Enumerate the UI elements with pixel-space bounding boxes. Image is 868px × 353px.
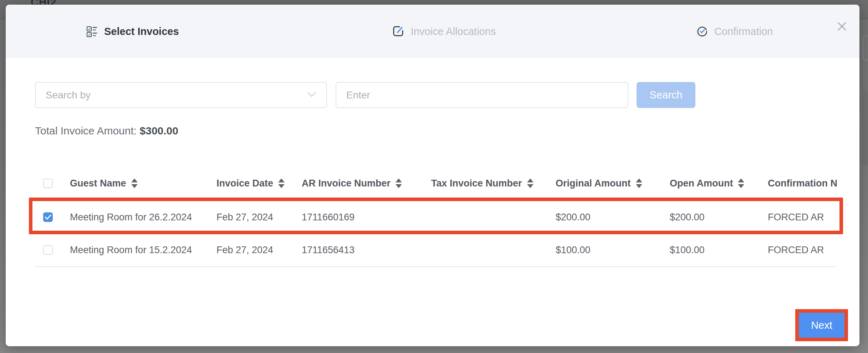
sort-arrows-icon (395, 179, 402, 188)
cell-guest-name: Meeting Room for 15.2.2024 (70, 245, 192, 256)
next-button[interactable]: Next (799, 313, 844, 338)
checkbox-checked-icon[interactable] (43, 213, 53, 222)
cell-guest-name: Meeting Room for 26.2.2024 (70, 212, 192, 223)
cell-open-amount: $100.00 (670, 245, 705, 256)
wizard-header: Select Invoices Invoice Allocations Conf… (6, 5, 859, 58)
total-label: Total Invoice Amount: (35, 125, 137, 137)
column-header-invoice-date[interactable]: Invoice Date (216, 178, 285, 189)
step-select-invoices[interactable]: Select Invoices (86, 5, 179, 58)
background-ghost-button (863, 36, 868, 61)
step-invoice-allocations[interactable]: Invoice Allocations (392, 5, 496, 58)
cell-invoice-date: Feb 27, 2024 (216, 212, 273, 223)
sort-arrows-icon (738, 179, 744, 188)
checklist-icon (86, 26, 98, 37)
sort-arrows-icon (278, 179, 285, 188)
cell-confirmation: FORCED AR (768, 212, 824, 223)
column-header-open-amount[interactable]: Open Amount (670, 178, 744, 189)
column-header-original-amount[interactable]: Original Amount (556, 178, 642, 189)
cell-ar-invoice-number: 1711656413 (302, 245, 354, 256)
cell-ar-invoice-number: 1711660169 (302, 212, 354, 223)
sort-arrows-icon (131, 179, 138, 188)
edit-icon (392, 25, 404, 37)
select-invoices-modal: Select Invoices Invoice Allocations Conf… (6, 5, 859, 346)
checkbox-unchecked-icon[interactable] (43, 245, 53, 255)
cell-confirmation: FORCED AR (768, 245, 824, 256)
background-ghost-panel (863, 92, 868, 165)
step-label: Confirmation (714, 26, 773, 37)
select-all-checkbox[interactable] (43, 179, 53, 188)
column-header-guest-name[interactable]: Guest Name (70, 178, 138, 189)
search-button[interactable]: Search (637, 82, 695, 108)
column-header-tax-invoice-number[interactable]: Tax Invoice Number (431, 178, 533, 189)
highlight-box-next-button: Next (795, 309, 848, 341)
total-invoice-amount: Total Invoice Amount: $300.00 (35, 125, 178, 137)
cell-invoice-date: Feb 27, 2024 (216, 245, 273, 256)
cell-original-amount: $200.00 (556, 212, 591, 223)
search-value-input[interactable] (336, 82, 628, 108)
cell-original-amount: $100.00 (556, 245, 591, 256)
total-value: $300.00 (140, 125, 178, 137)
close-icon[interactable] (837, 22, 847, 31)
sort-arrows-icon (636, 179, 642, 188)
chevron-down-icon (307, 92, 316, 99)
sort-arrows-icon (527, 179, 533, 188)
cell-open-amount: $200.00 (670, 212, 705, 223)
column-header-ar-invoice-number[interactable]: AR Invoice Number (302, 178, 402, 189)
check-circle-icon (696, 26, 708, 37)
search-by-select[interactable]: Search by (35, 82, 327, 108)
step-confirmation[interactable]: Confirmation (696, 5, 773, 58)
step-label: Invoice Allocations (411, 26, 496, 37)
column-header-confirmation-number[interactable]: Confirmation N (768, 178, 841, 189)
search-by-placeholder: Search by (46, 89, 91, 101)
row-divider (35, 266, 836, 267)
step-label: Select Invoices (104, 26, 179, 37)
